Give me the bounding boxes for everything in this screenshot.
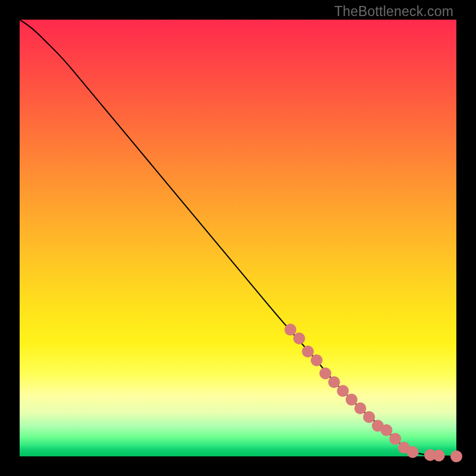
curve-line <box>20 20 456 456</box>
highlight-dot <box>450 450 462 462</box>
highlight-dot <box>328 376 340 388</box>
highlight-dot <box>302 346 314 358</box>
chart-frame: TheBottleneck.com <box>0 0 476 476</box>
highlight-dot <box>346 394 358 406</box>
chart-svg <box>20 20 456 456</box>
highlight-dot <box>389 433 401 445</box>
highlight-dot <box>381 424 393 436</box>
highlight-dot <box>293 333 305 345</box>
attribution-label: TheBottleneck.com <box>334 4 453 20</box>
highlight-dot <box>337 385 349 397</box>
highlight-dot <box>284 324 296 336</box>
highlight-dot <box>407 446 419 458</box>
highlight-dot <box>311 355 322 367</box>
highlight-dot <box>355 402 367 414</box>
highlight-dots <box>284 324 462 462</box>
plot-area <box>20 20 456 456</box>
highlight-dot <box>433 450 445 462</box>
highlight-dot <box>320 368 331 380</box>
highlight-dot <box>363 411 375 423</box>
